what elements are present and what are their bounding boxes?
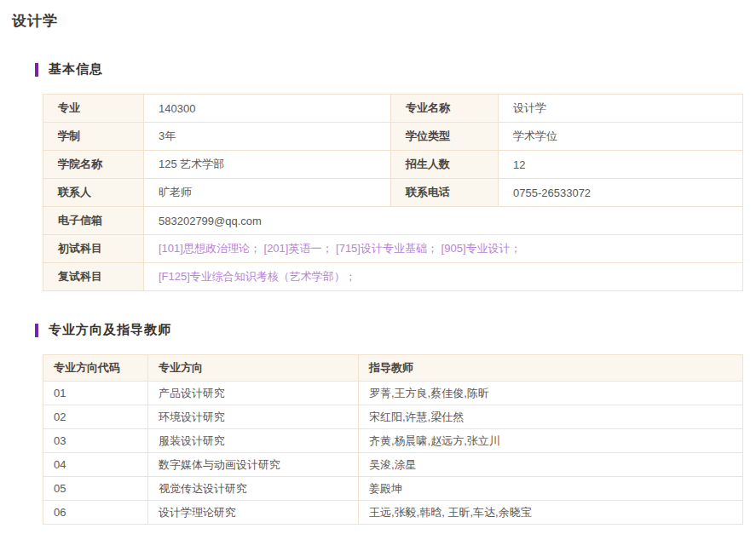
field-value: 3年 xyxy=(144,123,391,151)
section-accent-bar xyxy=(35,63,38,77)
field-label: 联系人 xyxy=(43,179,144,207)
field-value: 设计学 xyxy=(499,95,743,123)
field-value-email: 583202799@qq.com xyxy=(144,207,743,235)
table-header-row: 专业方向代码 专业方向 指导教师 xyxy=(43,355,743,382)
field-label: 联系电话 xyxy=(391,179,499,207)
section-title-text: 基本信息 xyxy=(49,61,103,78)
direction-name: 产品设计研究 xyxy=(148,382,359,405)
field-value: 12 xyxy=(499,151,743,179)
field-value: 学术学位 xyxy=(499,123,743,151)
field-label: 学制 xyxy=(43,123,144,151)
direction-name: 设计学理论研究 xyxy=(148,501,359,525)
directions-table: 专业方向代码 专业方向 指导教师 01 产品设计研究 罗菁,王方良,蔡佳俊,陈昕… xyxy=(43,354,743,525)
direction-code: 03 xyxy=(43,429,148,453)
column-header-code: 专业方向代码 xyxy=(43,355,148,382)
table-row: 电子信箱 583202799@qq.com xyxy=(43,207,743,235)
direction-code: 02 xyxy=(43,405,148,429)
direction-teachers: 罗菁,王方良,蔡佳俊,陈昕 xyxy=(359,382,743,405)
column-header-direction: 专业方向 xyxy=(148,355,359,382)
table-row: 复试科目 [F125]专业综合知识考核（艺术学部）； xyxy=(43,263,743,291)
field-value-retest-exam-subjects: [F125]专业综合知识考核（艺术学部）； xyxy=(144,263,743,291)
page-title: 设计学 xyxy=(12,11,756,31)
direction-code: 05 xyxy=(43,477,148,501)
section-header-basic-info: 基本信息 xyxy=(35,61,756,78)
direction-teachers: 宋红阳,许慧,梁仕然 xyxy=(359,405,743,429)
direction-teachers: 姜殿坤 xyxy=(359,477,743,501)
table-row: 联系人 旷老师 联系电话 0755-26533072 xyxy=(43,179,743,207)
field-value: 125 艺术学部 xyxy=(144,151,391,179)
directions-section: 专业方向及指导教师 专业方向代码 专业方向 指导教师 01 产品设计研究 罗菁,… xyxy=(35,322,756,525)
direction-teachers: 王远,张毅,韩晗, 王昕,车达,余晓宝 xyxy=(359,501,743,525)
page: 设计学 基本信息 专业 140300 专业名称 设计学 学制 3年 学位类型 学… xyxy=(0,0,756,534)
direction-name: 视觉传达设计研究 xyxy=(148,477,359,501)
section-header-directions: 专业方向及指导教师 xyxy=(35,322,756,338)
table-row: 专业 140300 专业名称 设计学 xyxy=(43,95,743,123)
section-title-text: 专业方向及指导教师 xyxy=(49,322,171,338)
basic-info-section: 基本信息 专业 140300 专业名称 设计学 学制 3年 学位类型 学术学位 … xyxy=(35,61,756,291)
section-accent-bar xyxy=(35,324,38,337)
field-label: 招生人数 xyxy=(391,151,499,179)
field-label: 电子信箱 xyxy=(43,207,144,235)
table-row: 初试科目 [101]思想政治理论； [201]英语一； [715]设计专业基础；… xyxy=(43,235,743,263)
direction-code: 01 xyxy=(43,382,148,405)
table-row: 02 环境设计研究 宋红阳,许慧,梁仕然 xyxy=(43,405,743,429)
column-header-teachers: 指导教师 xyxy=(359,355,743,382)
field-label: 复试科目 xyxy=(43,263,144,291)
direction-teachers: 吴浚,涂星 xyxy=(359,453,743,477)
field-value: 0755-26533072 xyxy=(499,179,743,207)
table-row: 01 产品设计研究 罗菁,王方良,蔡佳俊,陈昕 xyxy=(43,382,743,405)
field-label: 学位类型 xyxy=(391,123,499,151)
direction-name: 环境设计研究 xyxy=(148,405,359,429)
direction-code: 04 xyxy=(43,453,148,477)
table-row: 学制 3年 学位类型 学术学位 xyxy=(43,123,743,151)
field-value: 140300 xyxy=(144,95,391,123)
table-row: 03 服装设计研究 齐黄,杨晨啸,赵远方,张立川 xyxy=(43,429,743,453)
table-row: 05 视觉传达设计研究 姜殿坤 xyxy=(43,477,743,501)
table-row: 06 设计学理论研究 王远,张毅,韩晗, 王昕,车达,余晓宝 xyxy=(43,501,743,525)
field-label: 学院名称 xyxy=(43,151,144,179)
direction-name: 数字媒体与动画设计研究 xyxy=(148,453,359,477)
table-row: 学院名称 125 艺术学部 招生人数 12 xyxy=(43,151,743,179)
field-value: 旷老师 xyxy=(144,179,391,207)
field-label: 专业 xyxy=(43,95,144,123)
field-label: 专业名称 xyxy=(391,95,499,123)
table-row: 04 数字媒体与动画设计研究 吴浚,涂星 xyxy=(43,453,743,477)
direction-code: 06 xyxy=(43,501,148,525)
field-value-initial-exam-subjects: [101]思想政治理论； [201]英语一； [715]设计专业基础； [905… xyxy=(144,235,743,263)
direction-name: 服装设计研究 xyxy=(148,429,359,453)
direction-teachers: 齐黄,杨晨啸,赵远方,张立川 xyxy=(359,429,743,453)
basic-info-table: 专业 140300 专业名称 设计学 学制 3年 学位类型 学术学位 学院名称 … xyxy=(43,94,743,291)
field-label: 初试科目 xyxy=(43,235,144,263)
